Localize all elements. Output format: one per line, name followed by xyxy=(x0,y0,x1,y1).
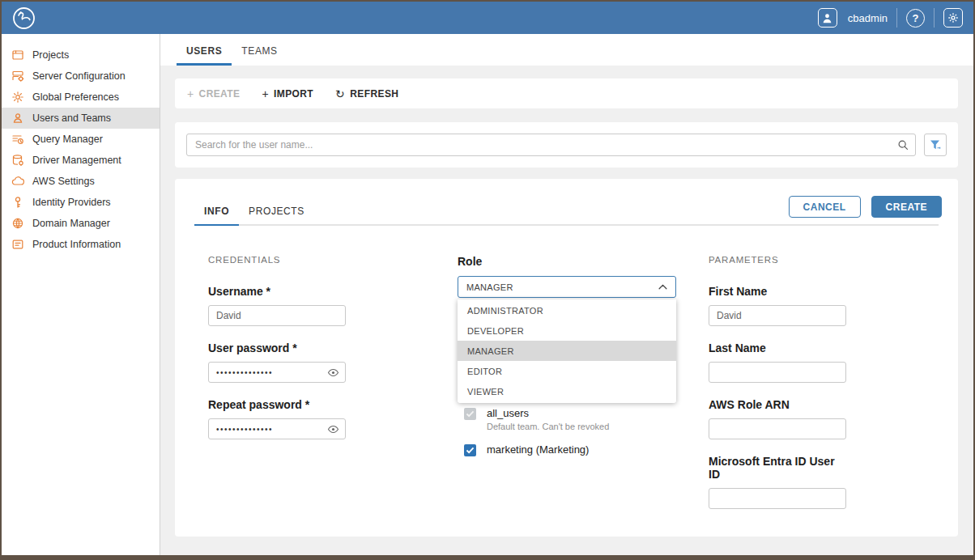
tab-teams[interactable]: TEAMS xyxy=(232,45,287,66)
role-option-manager[interactable]: MANAGER xyxy=(458,341,676,361)
cloudbeaver-logo-icon[interactable] xyxy=(12,6,36,30)
last-name-field[interactable] xyxy=(709,362,846,383)
role-label: Role xyxy=(458,255,676,269)
plus-icon: + xyxy=(262,88,269,100)
refresh-button[interactable]: ↻ REFRESH xyxy=(335,88,398,100)
identity-providers-icon xyxy=(11,196,24,209)
query-manager-icon xyxy=(11,133,24,146)
server-configuration-icon xyxy=(11,70,24,83)
entra-id-label: Microsoft Entra ID User ID xyxy=(709,455,846,481)
refresh-icon: ↻ xyxy=(335,88,345,100)
sidebar-item-product-information[interactable]: Product Information xyxy=(2,234,160,255)
username-field[interactable] xyxy=(208,305,346,326)
first-name-label: First Name xyxy=(709,285,846,298)
role-column: Role MANAGER ADMINISTRATOR DEVELOPER MAN… xyxy=(458,255,676,298)
sidebar-item-label: Identity Providers xyxy=(32,197,111,208)
aws-settings-icon xyxy=(11,175,24,188)
sidebar-item-label: Projects xyxy=(32,49,69,61)
sidebar-item-label: Users and Teams xyxy=(32,112,111,124)
username-label: Username * xyxy=(208,285,346,298)
users-and-teams-icon xyxy=(11,112,24,125)
aws-role-arn-field[interactable] xyxy=(709,418,846,439)
role-selected-value: MANAGER xyxy=(466,282,513,292)
sidebar-item-label: Server Configuration xyxy=(32,70,126,82)
create-user-button[interactable]: + CREATE xyxy=(187,88,240,100)
first-name-field[interactable] xyxy=(709,305,846,326)
global-preferences-icon xyxy=(11,91,24,104)
form-tabstrip: INFO PROJECTS xyxy=(175,179,958,226)
logged-in-username[interactable]: cbadmin xyxy=(848,12,888,24)
role-option-editor[interactable]: EDITOR xyxy=(458,361,676,381)
sidebar-item-aws-settings[interactable]: AWS Settings xyxy=(2,171,160,192)
sidebar-item-identity-providers[interactable]: Identity Providers xyxy=(2,192,160,213)
users-teams-tabstrip: USERS TEAMS xyxy=(160,34,973,66)
team-description: Default team. Can't be revoked xyxy=(487,422,609,431)
marketing-checkbox[interactable] xyxy=(464,444,476,456)
settings-gear-icon[interactable] xyxy=(943,8,963,28)
user-password-label: User password * xyxy=(208,342,346,354)
sidebar-item-users-and-teams[interactable]: Users and Teams xyxy=(2,108,160,129)
role-select[interactable]: MANAGER xyxy=(458,276,676,298)
team-row-all-users: all_users Default team. Can't be revoked xyxy=(464,407,676,431)
projects-icon xyxy=(11,49,24,62)
filter-funnel-icon xyxy=(929,138,942,151)
plus-icon: + xyxy=(187,88,194,100)
driver-management-icon xyxy=(11,154,24,167)
parameters-section-label: PARAMETERS xyxy=(709,255,846,269)
parameters-column: PARAMETERS First Name Last Name AWS Role… xyxy=(709,255,846,509)
entra-id-field[interactable] xyxy=(709,488,846,509)
sidebar-item-label: Product Information xyxy=(32,239,121,250)
main-panel: USERS TEAMS + CREATE + IMPORT ↻ REFRESH xyxy=(160,34,973,555)
user-avatar-icon[interactable] xyxy=(818,8,837,28)
tab-info[interactable]: INFO xyxy=(194,206,239,224)
role-dropdown-panel: ADMINISTRATOR DEVELOPER MANAGER EDITOR V… xyxy=(458,299,676,403)
chevron-up-icon xyxy=(658,284,667,290)
search-bar xyxy=(175,122,958,168)
admin-sidebar: Projects Server Configuration Global Pre… xyxy=(2,34,160,555)
product-information-icon xyxy=(11,238,24,251)
users-toolbar: + CREATE + IMPORT ↻ REFRESH xyxy=(175,78,958,108)
sidebar-item-label: AWS Settings xyxy=(32,176,95,187)
teams-checkbox-list: all_users Default team. Can't be revoked… xyxy=(464,407,676,469)
show-password-icon[interactable] xyxy=(327,424,339,435)
sidebar-item-projects[interactable]: Projects xyxy=(2,45,160,66)
team-name: all_users xyxy=(487,407,609,419)
role-option-developer[interactable]: DEVELOPER xyxy=(458,320,676,341)
tab-projects[interactable]: PROJECTS xyxy=(239,206,314,224)
sidebar-item-query-manager[interactable]: Query Manager xyxy=(2,129,160,150)
filter-button[interactable] xyxy=(924,134,947,156)
header-divider xyxy=(896,8,897,28)
last-name-label: Last Name xyxy=(709,342,846,354)
help-icon[interactable]: ? xyxy=(906,9,925,28)
create-user-form: CANCEL CREATE INFO PROJECTS CREDENTIALS … xyxy=(175,179,958,537)
show-password-icon[interactable] xyxy=(327,367,339,378)
search-icon xyxy=(897,139,909,151)
repeat-password-label: Repeat password * xyxy=(208,398,346,411)
all-users-checkbox[interactable] xyxy=(464,408,476,420)
header-divider xyxy=(934,8,935,28)
content-area: + CREATE + IMPORT ↻ REFRESH xyxy=(160,66,973,555)
role-option-administrator[interactable]: ADMINISTRATOR xyxy=(458,300,676,320)
sidebar-item-label: Query Manager xyxy=(32,134,103,145)
sidebar-item-server-configuration[interactable]: Server Configuration xyxy=(2,66,160,87)
sidebar-item-label: Global Preferences xyxy=(32,91,119,103)
tab-users[interactable]: USERS xyxy=(177,45,232,66)
user-password-field[interactable] xyxy=(208,362,346,383)
sidebar-item-label: Driver Management xyxy=(32,155,121,166)
domain-manager-icon xyxy=(11,217,24,230)
aws-role-arn-label: AWS Role ARN xyxy=(709,398,846,411)
team-name: marketing (Marketing) xyxy=(487,443,589,456)
repeat-password-field[interactable] xyxy=(208,418,346,439)
credentials-section-label: CREDENTIALS xyxy=(208,255,346,269)
check-icon xyxy=(466,447,475,454)
sidebar-item-label: Domain Manager xyxy=(32,218,110,229)
sidebar-item-global-preferences[interactable]: Global Preferences xyxy=(2,87,160,108)
team-row-marketing: marketing (Marketing) xyxy=(464,443,676,456)
sidebar-item-domain-manager[interactable]: Domain Manager xyxy=(2,213,160,234)
role-option-viewer[interactable]: VIEWER xyxy=(458,381,676,401)
app-header: cbadmin ? xyxy=(2,2,973,34)
credentials-column: CREDENTIALS Username * User password * xyxy=(208,255,346,439)
search-input[interactable] xyxy=(186,134,916,156)
import-users-button[interactable]: + IMPORT xyxy=(262,88,313,100)
sidebar-item-driver-management[interactable]: Driver Management xyxy=(2,150,160,171)
